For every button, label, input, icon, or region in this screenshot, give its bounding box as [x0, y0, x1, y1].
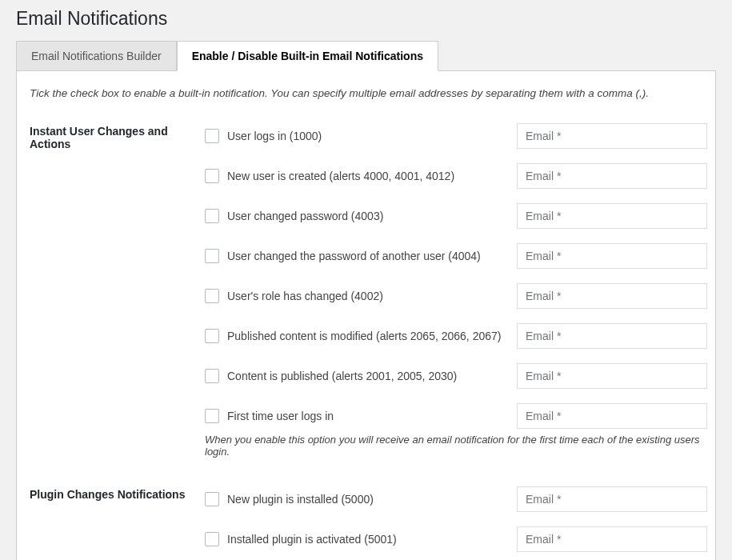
label-content-published: Content is published (alerts 2001, 2005,…	[227, 370, 457, 382]
row-published-modified: Published content is modified (alerts 20…	[205, 323, 707, 349]
email-content-published[interactable]	[517, 363, 707, 389]
tab-builder[interactable]: Email Notifications Builder	[16, 41, 177, 70]
email-changed-pw[interactable]	[517, 203, 707, 229]
label-changed-pw: User changed password (4003)	[227, 210, 383, 222]
section-plugin: Plugin Changes Notifications New plugin …	[25, 486, 707, 560]
row-plugin-installed: New plugin is installed (5000)	[205, 486, 707, 512]
email-role-changed[interactable]	[517, 283, 707, 309]
email-published-modified[interactable]	[517, 323, 707, 349]
row-role-changed: User's role has changed (4002)	[205, 283, 707, 309]
section-instant-heading: Instant User Changes and Actions	[25, 123, 205, 458]
tab-enable-disable[interactable]: Enable / Disable Built-in Email Notifica…	[177, 41, 438, 71]
checkbox-plugin-installed[interactable]	[205, 492, 219, 506]
section-instant: Instant User Changes and Actions User lo…	[25, 123, 707, 458]
label-first-login: First time user logs in	[227, 410, 334, 422]
email-first-login[interactable]	[517, 403, 707, 429]
email-changed-pw-other[interactable]	[517, 243, 707, 269]
checkbox-plugin-activated[interactable]	[205, 532, 219, 546]
email-plugin-installed[interactable]	[517, 486, 707, 512]
checkbox-content-published[interactable]	[205, 369, 219, 383]
row-plugin-activated: Installed plugin is activated (5001)	[205, 526, 707, 552]
checkbox-changed-pw-other[interactable]	[205, 249, 219, 263]
label-plugin-activated: Installed plugin is activated (5001)	[227, 533, 397, 546]
row-content-published: Content is published (alerts 2001, 2005,…	[205, 363, 707, 389]
label-plugin-installed: New plugin is installed (5000)	[227, 493, 374, 506]
row-changed-pw-other: User changed the password of another use…	[205, 243, 707, 269]
row-changed-pw: User changed password (4003)	[205, 203, 707, 229]
checkbox-new-user[interactable]	[205, 169, 219, 183]
hint-first-login: When you enable this option you will rec…	[205, 434, 707, 458]
tabs: Email Notifications Builder Enable / Dis…	[16, 41, 716, 71]
checkbox-published-modified[interactable]	[205, 329, 219, 343]
row-user-logs-in: User logs in (1000)	[205, 123, 707, 149]
checkbox-first-login[interactable]	[205, 409, 219, 423]
label-role-changed: User's role has changed (4002)	[227, 290, 383, 302]
email-new-user[interactable]	[517, 163, 707, 189]
checkbox-role-changed[interactable]	[205, 289, 219, 303]
label-new-user: New user is created (alerts 4000, 4001, …	[227, 170, 454, 182]
checkbox-user-logs-in[interactable]	[205, 129, 219, 143]
page-title: Email Notifications	[16, 8, 716, 30]
label-published-modified: Published content is modified (alerts 20…	[227, 330, 501, 342]
intro-text: Tick the check box to enable a built-in …	[25, 87, 707, 99]
row-new-user: New user is created (alerts 4000, 4001, …	[205, 163, 707, 189]
checkbox-changed-pw[interactable]	[205, 209, 219, 223]
row-first-login: First time user logs in	[205, 403, 707, 429]
email-user-logs-in[interactable]	[517, 123, 707, 149]
section-plugin-heading: Plugin Changes Notifications	[25, 486, 205, 560]
email-plugin-activated[interactable]	[517, 526, 707, 552]
panel-enable-disable: Tick the check box to enable a built-in …	[16, 71, 716, 560]
label-changed-pw-other: User changed the password of another use…	[227, 250, 481, 262]
label-user-logs-in: User logs in (1000)	[227, 130, 322, 142]
